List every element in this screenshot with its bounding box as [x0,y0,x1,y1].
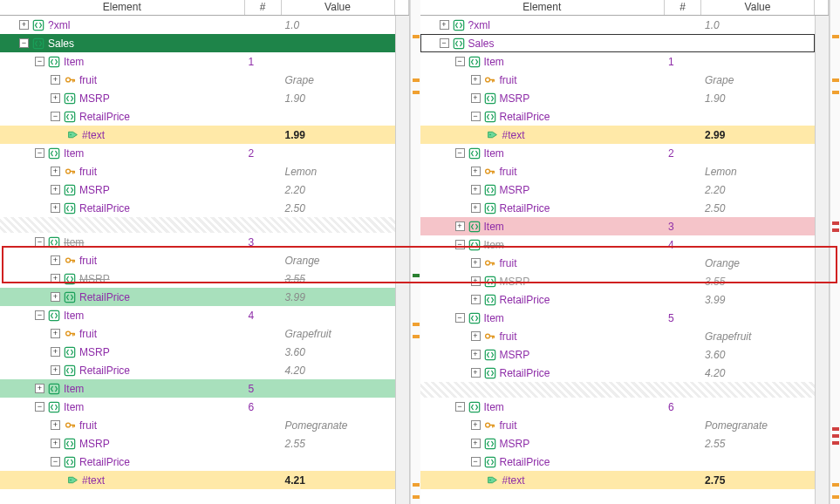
diff-marker[interactable] [832,35,839,38]
left-scrollbar[interactable] [395,16,409,504]
expand-icon[interactable]: + [51,75,60,85]
diff-marker[interactable] [832,78,839,82]
collapse-icon[interactable]: − [455,57,465,66]
collapse-icon[interactable]: − [35,148,44,158]
tree-row[interactable]: +fruitLemon [0,162,395,180]
tree-row[interactable]: −RetailPrice [0,107,395,126]
tree-row[interactable]: −Item2 [0,144,395,162]
tree-row[interactable]: +MSRP3.60 [0,343,395,361]
tree-row[interactable]: +Item3 [420,217,816,235]
expand-icon[interactable]: + [471,167,481,176]
tree-row[interactable]: −Item5 [420,309,816,327]
collapse-icon[interactable]: − [51,457,60,467]
tree-row[interactable]: #text2.99 [420,126,816,144]
col-value[interactable]: Value [701,0,815,15]
tree-row[interactable]: +RetailPrice2.50 [420,199,816,217]
tree-row[interactable]: −RetailPrice [420,107,816,126]
tree-row[interactable]: +MSRP3.55 [420,272,816,290]
diff-marker[interactable] [413,335,420,338]
tree-row[interactable]: +fruitPomegranate [0,416,395,434]
diff-marker[interactable] [832,427,839,431]
tree-row[interactable]: #text1.99 [0,126,395,144]
expand-icon[interactable]: + [471,75,481,85]
diff-marker[interactable] [413,91,420,94]
expand-icon[interactable]: + [51,365,60,375]
tree-row[interactable]: −Sales [0,34,395,52]
tree-row[interactable]: +MSRP2.20 [420,180,816,199]
expand-icon[interactable]: + [471,93,481,103]
diff-marker[interactable] [413,35,420,38]
tree-row[interactable]: +fruitOrange [420,254,816,272]
tree-row[interactable]: +fruitGrape [420,71,816,89]
tree-row[interactable]: #text2.75 [420,471,816,489]
collapse-icon[interactable]: − [35,402,44,412]
expand-icon[interactable]: + [51,292,60,302]
tree-row[interactable]: +MSRP2.20 [0,180,395,199]
expand-icon[interactable]: + [51,167,60,176]
expand-icon[interactable]: + [51,329,60,338]
col-num[interactable]: # [665,0,701,15]
tree-row[interactable]: +fruitPomegranate [420,416,816,434]
tree-row[interactable]: −Item2 [420,144,816,162]
tree-row[interactable]: +Item5 [0,379,395,398]
diff-marker[interactable] [413,495,420,499]
tree-row[interactable]: +fruitGrapefruit [420,327,816,345]
tree-row[interactable]: +MSRP1.90 [420,89,816,107]
tree-row[interactable]: +MSRP2.55 [420,434,816,453]
diff-marker[interactable] [832,91,839,94]
expand-icon[interactable]: + [51,420,60,430]
expand-icon[interactable]: + [471,295,481,304]
diff-marker[interactable] [413,274,420,277]
diff-marker[interactable] [413,78,420,82]
tree-row[interactable]: #text4.21 [0,471,395,489]
expand-icon[interactable]: + [35,384,44,393]
expand-icon[interactable]: + [471,368,481,378]
tree-row[interactable]: +fruitGrapefruit [0,324,395,343]
col-element[interactable]: Element [0,0,245,15]
tree-row[interactable]: −Item3 [0,233,395,251]
diff-marker[interactable] [832,221,839,225]
collapse-icon[interactable]: − [35,237,44,247]
tree-row[interactable]: +RetailPrice3.99 [420,290,816,309]
expand-icon[interactable]: + [51,274,60,283]
collapse-icon[interactable]: − [455,313,465,323]
col-element[interactable]: Element [420,0,666,15]
expand-icon[interactable]: + [51,93,60,103]
tree-row[interactable]: −Item6 [420,398,816,416]
col-num[interactable]: # [245,0,282,15]
collapse-icon[interactable]: − [455,402,465,412]
expand-icon[interactable]: + [440,20,449,30]
collapse-icon[interactable]: − [51,112,60,121]
expand-icon[interactable]: + [471,276,481,286]
tree-row[interactable]: −RetailPrice [0,453,395,471]
diff-marker[interactable] [832,434,839,438]
tree-row[interactable]: +MSRP3.55 [0,269,395,288]
tree-row[interactable]: −Item1 [0,52,395,71]
tree-row[interactable]: +MSRP3.60 [420,345,816,364]
collapse-icon[interactable]: − [455,148,465,158]
diff-marker[interactable] [832,441,839,445]
tree-row[interactable]: +fruitLemon [420,162,816,180]
collapse-icon[interactable]: − [19,38,29,48]
expand-icon[interactable]: + [19,20,29,30]
tree-row[interactable]: +fruitGrape [0,71,395,89]
expand-icon[interactable]: + [471,420,481,430]
tree-row[interactable]: −Sales [420,34,816,52]
tree-row[interactable]: +RetailPrice2.50 [0,199,395,217]
expand-icon[interactable]: + [51,255,60,265]
collapse-icon[interactable]: − [471,457,481,467]
expand-icon[interactable]: + [51,203,60,213]
expand-icon[interactable]: + [455,221,465,231]
expand-icon[interactable]: + [471,203,481,213]
col-value[interactable]: Value [282,0,395,15]
right-scrollbar[interactable] [815,16,829,504]
expand-icon[interactable]: + [51,185,60,194]
tree-row[interactable]: +?xml1.0 [420,16,816,34]
tree-row[interactable]: +RetailPrice4.20 [420,364,816,382]
expand-icon[interactable]: + [471,350,481,359]
tree-row[interactable]: +?xml1.0 [0,16,395,34]
expand-icon[interactable]: + [471,439,481,448]
tree-row[interactable]: −Item1 [420,52,816,71]
collapse-icon[interactable]: − [440,38,449,48]
collapse-icon[interactable]: − [455,240,465,249]
